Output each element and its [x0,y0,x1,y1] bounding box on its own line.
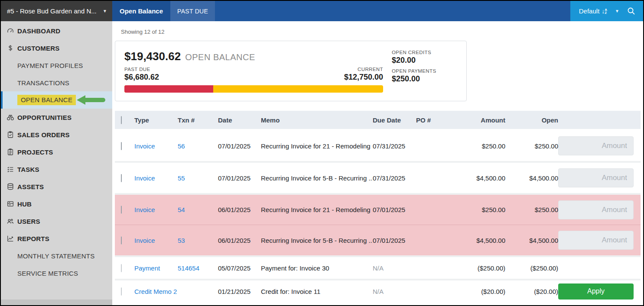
row-checkbox[interactable] [121,264,122,272]
txn-memo: Recurring Invoice for 5-B - Recurring ..… [261,237,373,244]
topbar: Open Balance PAST DUE Default ↓ AZ ▼ [112,1,643,21]
binoculars-icon [6,113,15,122]
search-icon[interactable] [627,7,635,15]
sidebar-item-label: TASKS [17,166,39,173]
txn-number-link[interactable]: 55 [178,174,218,182]
sidebar-item-opportunities[interactable]: OPPORTUNITIES [1,109,112,126]
sidebar-item-label: PROJECTS [17,148,53,156]
sidebar-item-label: TRANSACTIONS [17,79,69,87]
txn-memo: Recurring Invoice for 21 - Remodeling ..… [261,142,373,150]
sidebar-item-users[interactable]: USERS [1,213,112,230]
sidebar-item-tasks[interactable]: TASKS [1,161,112,178]
sidebar-item-label: PAYMENT PROFILES [17,62,83,69]
table-body: Invoice5607/01/2025Recurring Invoice for… [115,131,641,302]
txn-date: 06/01/2025 [218,206,261,213]
row-checkbox[interactable] [121,206,122,214]
table-row: Invoice5406/01/2025Recurring Invoice for… [115,195,641,225]
app-window: #5 - Rose Bud Garden and N... ▼ DASHBOAR… [0,0,644,306]
sidebar: #5 - Rose Bud Garden and N... ▼ DASHBOAR… [1,1,112,305]
table-row: Payment51465405/07/2025Payment for: Invo… [115,257,641,279]
sidebar-bottom-strip [1,300,112,305]
apply-amount-input[interactable] [558,200,634,219]
col-due-date: Due Date [373,116,416,124]
apply-button[interactable]: Apply [558,283,634,300]
txn-type-link[interactable]: Invoice [134,237,178,244]
txn-type-link[interactable]: Invoice [134,174,178,182]
col-txn: Txn # [178,116,218,124]
sidebar-item-label: REPORTS [17,235,49,242]
page-title: Open Balance [120,7,163,15]
txn-due-date: N/A [373,288,416,295]
sidebar-item-service-metrics[interactable]: SERVICE METRICS [1,264,112,282]
txn-number-link[interactable]: 53 [178,237,218,244]
users-icon [6,217,15,225]
sidebar-item-label: MONTHLY STATEMENTS [17,252,94,260]
sidebar-item-label: OPEN BALANCE [17,95,76,105]
txn-type-link[interactable]: Payment [134,264,178,272]
txn-number-link[interactable]: 514654 [178,264,218,272]
txn-memo: Recurring Invoice for 21 - Remodeling ..… [261,206,373,213]
open-balance-summary-card: $19,430.62 OPEN BALANCE PAST DUE $6,680.… [115,41,467,101]
window-icon [6,200,15,208]
sidebar-item-dashboard[interactable]: DASHBOARD [1,22,112,39]
sidebar-item-projects[interactable]: PROJECTS [1,143,112,161]
apply-amount-input[interactable] [558,136,634,155]
txn-amount: $4,500.00 [454,174,505,182]
past-due-value: $6,680.62 [124,73,159,82]
txn-number-link[interactable]: 56 [178,142,218,150]
table-row: Invoice5507/01/2025Recurring Invoice for… [115,163,641,193]
table-row: Invoice5607/01/2025Recurring Invoice for… [115,131,641,161]
row-checkbox[interactable] [121,142,122,150]
txn-amount: $250.00 [454,206,505,213]
apply-amount-input[interactable] [558,231,634,250]
row-checkbox[interactable] [121,287,122,296]
txn-open-amount: ($250.00) [505,264,558,272]
sidebar-item-hub[interactable]: HUB [1,195,112,213]
sidebar-item-monthly-statements[interactable]: MONTHLY STATEMENTS [1,247,112,264]
sidebar-item-label: ASSETS [17,183,44,190]
row-checkbox[interactable] [121,236,122,245]
txn-type-link[interactable]: Credit Memo 2 [134,288,178,295]
row-checkbox[interactable] [121,174,122,182]
row-action-cell [558,168,641,187]
sidebar-item-transactions[interactable]: TRANSACTIONS [1,74,112,91]
row-action-cell: Apply [558,283,641,300]
sidebar-item-sales-orders[interactable]: SALES ORDERS [1,126,112,143]
txn-due-date: 07/31/2025 [373,174,416,182]
sort-dropdown-caret[interactable]: ▼ [613,9,621,13]
sort-selector[interactable]: Default ↓ AZ [579,7,607,15]
table-row: Credit Memo 201/21/2025Credit for: Invoi… [115,280,641,302]
txn-type-link[interactable]: Invoice [134,142,178,150]
list-status: Showing 12 of 12 [121,29,641,35]
past-due-bar-segment [124,85,213,93]
chevron-down-icon: ▼ [103,9,107,13]
txn-open-amount: $250.00 [505,206,558,213]
sidebar-item-assets[interactable]: ASSETS [1,178,112,195]
past-due-label: PAST DUE [124,67,159,72]
coins-icon [6,182,15,191]
sort-selector-label: Default [579,7,600,15]
txn-date: 07/01/2025 [218,142,261,150]
open-credits-value: $20.00 [392,56,458,65]
sidebar-item-payment-profiles[interactable]: PAYMENT PROFILES [1,57,112,74]
txn-type-link[interactable]: Invoice [134,206,178,213]
sidebar-item-customers[interactable]: CUSTOMERS [1,39,112,57]
open-credits-label: OPEN CREDITS [392,50,458,55]
col-memo: Memo [261,116,373,124]
select-all-checkbox[interactable] [121,116,122,124]
summary-main: $19,430.62 OPEN BALANCE PAST DUE $6,680.… [124,50,383,101]
txn-due-date: 07/01/2025 [373,237,416,244]
table-row: Invoice5306/01/2025Recurring Invoice for… [115,225,641,255]
sidebar-item-label: USERS [17,218,40,225]
txn-due-date: 07/31/2025 [373,142,416,150]
tab-open-balance[interactable]: Open Balance [112,1,170,21]
current-block: CURRENT $12,750.00 [344,67,383,82]
tab-past-due[interactable]: PAST DUE [170,1,215,21]
sidebar-item-reports[interactable]: REPORTS [1,230,112,247]
txn-number-link[interactable]: 54 [178,206,218,213]
apply-amount-input[interactable] [558,168,634,187]
txn-due-date: 07/01/2025 [373,206,416,213]
sidebar-item-open-balance[interactable]: OPEN BALANCE [1,91,112,109]
txn-amount: ($20.00) [454,288,505,295]
company-selector[interactable]: #5 - Rose Bud Garden and N... ▼ [1,1,112,21]
